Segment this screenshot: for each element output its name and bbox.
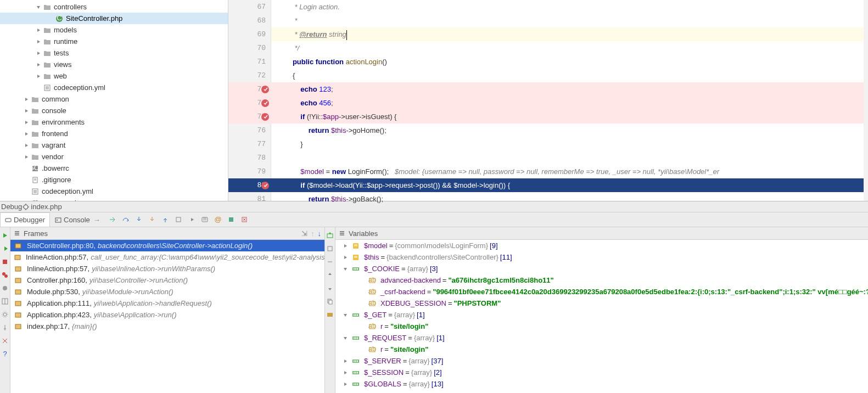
frame-row[interactable]: Controller.php:160, yii\base\Controller-… xyxy=(10,274,324,286)
remove-watch-icon[interactable] xyxy=(325,257,335,267)
chevron-right-icon[interactable] xyxy=(23,142,30,149)
chevron-right-icon[interactable] xyxy=(342,254,349,261)
code-line[interactable]: echo 456; xyxy=(271,96,868,110)
line-number[interactable]: 73 xyxy=(228,82,266,96)
chevron-right-icon[interactable] xyxy=(35,38,42,45)
step-into-icon[interactable] xyxy=(133,214,145,226)
chevron-down-icon[interactable] xyxy=(342,266,349,272)
gutter[interactable]: 676869707172737475767778798081 xyxy=(228,0,271,201)
variable-row[interactable]: $model = {common\models\LoginForm} [9] xyxy=(335,240,868,251)
run-to-cursor-icon[interactable] xyxy=(186,214,198,226)
variable-row[interactable]: r = "site/login" xyxy=(335,344,868,355)
code-line[interactable]: * @return string xyxy=(271,27,868,41)
variable-row[interactable]: $_COOKIE = {array} [3] xyxy=(335,263,868,274)
layout-icon[interactable] xyxy=(0,296,10,306)
chevron-down-icon[interactable] xyxy=(35,4,42,10)
frame-row[interactable]: SiteController.php:80, backend\controlle… xyxy=(10,240,324,251)
line-number[interactable]: 69 xyxy=(228,27,266,41)
mute-breakpoints-icon[interactable] xyxy=(0,283,10,293)
tree-item-codeception-yml[interactable]: codeception.yml xyxy=(0,82,228,93)
frame-row[interactable]: Module.php:530, yii\base\Module->runActi… xyxy=(10,286,324,297)
tree-item-composer-json[interactable]: composer.json xyxy=(0,197,228,201)
variable-row[interactable]: $_SERVER = {array} [37] xyxy=(335,355,868,367)
line-number[interactable]: 81 xyxy=(228,192,266,206)
chevron-right-icon[interactable] xyxy=(23,119,30,126)
chevron-right-icon[interactable] xyxy=(35,27,42,33)
line-number[interactable]: 70 xyxy=(228,41,266,55)
chevron-right-icon[interactable] xyxy=(23,96,30,103)
breakpoint-icon[interactable] xyxy=(261,182,269,189)
chevron-right-icon[interactable] xyxy=(342,369,349,376)
code-line[interactable]: public function actionLogin() xyxy=(271,55,868,69)
help-icon[interactable]: ? xyxy=(0,349,10,359)
rerun-icon[interactable] xyxy=(0,231,10,240)
code-line[interactable]: * xyxy=(271,14,868,27)
breakpoint-icon[interactable] xyxy=(261,99,269,107)
code-line[interactable] xyxy=(271,151,868,165)
line-number[interactable]: 67 xyxy=(228,0,266,14)
line-number[interactable]: 79 xyxy=(228,165,266,178)
tree-item-codeception-yml[interactable]: codeception.yml xyxy=(0,186,228,197)
line-number[interactable]: 74 xyxy=(228,96,266,110)
tree-item--gitignore[interactable]: .gitignore xyxy=(0,174,228,186)
tree-item-views[interactable]: views xyxy=(0,59,228,70)
tree-item-models[interactable]: models xyxy=(0,24,228,36)
tree-item-runtime[interactable]: runtime xyxy=(0,36,228,47)
tree-item-controllers[interactable]: controllers xyxy=(0,1,228,13)
frame-row[interactable]: InlineAction.php:57, call_user_func_arra… xyxy=(10,251,324,263)
chevron-right-icon[interactable] xyxy=(342,358,349,364)
line-number[interactable]: 72 xyxy=(228,69,266,82)
stop-icon[interactable] xyxy=(0,257,10,267)
chevron-right-icon[interactable] xyxy=(23,154,30,160)
code-line[interactable]: { xyxy=(271,69,868,82)
dropdown-icon[interactable]: ⇲ xyxy=(301,229,307,238)
resume-icon[interactable] xyxy=(0,244,10,254)
variable-row[interactable]: XDEBUG_SESSION = "PHPSTORM" xyxy=(335,297,868,309)
step-over-icon[interactable] xyxy=(120,214,132,226)
new-watch-icon[interactable] xyxy=(325,244,335,254)
view-breakpoints-icon[interactable] xyxy=(0,270,10,280)
chevron-right-icon[interactable] xyxy=(23,108,30,114)
gear-icon[interactable] xyxy=(0,310,10,319)
tree-item--bowerrc[interactable]: .bowerrc xyxy=(0,162,228,174)
variable-row[interactable]: _csrf-backend = "9964f01bf0eee71fbcee414… xyxy=(335,286,868,297)
line-number[interactable]: 80 xyxy=(228,178,266,192)
step-out-icon[interactable] xyxy=(159,214,171,226)
code-line[interactable]: * Login action. xyxy=(271,0,868,14)
code-line[interactable]: if ($model->load(Yii::$app->request->pos… xyxy=(271,178,868,192)
frame-row[interactable]: Application.php:423, yii\base\Applicatio… xyxy=(10,309,324,321)
tree-item-console[interactable]: console xyxy=(0,105,228,116)
breakpoint-icon[interactable] xyxy=(261,113,269,121)
show-execution-icon[interactable] xyxy=(107,214,119,226)
chevron-right-icon[interactable] xyxy=(342,243,349,249)
tree-item-frontend[interactable]: frontend xyxy=(0,128,228,139)
line-number[interactable]: 75 xyxy=(228,110,266,123)
tree-item-common[interactable]: common xyxy=(0,93,228,105)
close-icon[interactable] xyxy=(0,336,10,346)
line-number[interactable]: 77 xyxy=(228,137,266,151)
project-tree[interactable]: controllersSiteController.phpmodelsrunti… xyxy=(0,0,228,201)
pin-icon[interactable] xyxy=(0,323,10,333)
watch-up-icon[interactable] xyxy=(325,270,335,280)
variable-row[interactable]: r = "site/login" xyxy=(335,321,868,332)
chevron-right-icon[interactable] xyxy=(35,50,42,57)
variable-row[interactable]: $GLOBALS = {array} [13] xyxy=(335,378,868,390)
line-number[interactable]: 68 xyxy=(228,14,266,27)
variable-row[interactable]: advanced-backend = "a676ihctr8gc1cml5n8c… xyxy=(335,274,868,286)
evaluate-icon[interactable]: = xyxy=(199,214,211,226)
chevron-right-icon[interactable] xyxy=(342,381,349,388)
variable-row[interactable]: $_REQUEST = {array} [1] xyxy=(335,332,868,344)
tree-item-vendor[interactable]: vendor xyxy=(0,151,228,162)
chevron-right-icon[interactable] xyxy=(35,73,42,80)
chevron-right-icon[interactable] xyxy=(23,131,30,137)
frame-row[interactable]: InlineAction.php:57, yii\base\InlineActi… xyxy=(10,263,324,274)
line-number[interactable]: 71 xyxy=(228,55,266,69)
tree-item-web[interactable]: web xyxy=(0,70,228,82)
tree-item-environments[interactable]: environments xyxy=(0,116,228,128)
frame-row[interactable]: Application.php:111, yii\web\Application… xyxy=(10,297,324,309)
tree-item-vagrant[interactable]: vagrant xyxy=(0,139,228,151)
line-number[interactable]: 76 xyxy=(228,123,266,137)
code-line[interactable]: } xyxy=(271,137,868,151)
variable-row[interactable]: $this = {backend\controllers\SiteControl… xyxy=(335,251,868,263)
tab-console[interactable]: Console → xyxy=(50,212,105,227)
